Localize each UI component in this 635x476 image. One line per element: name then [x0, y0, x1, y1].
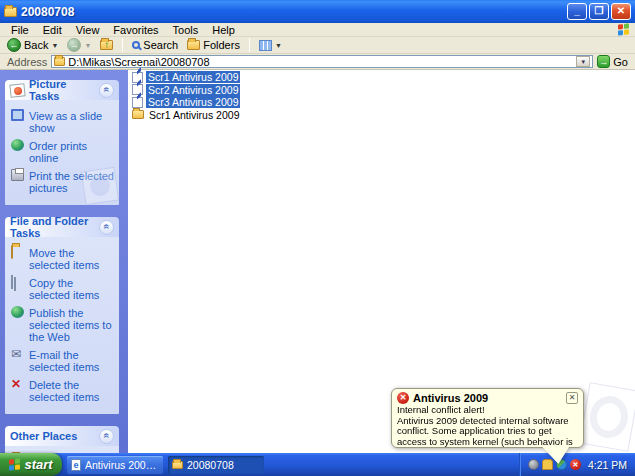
task-publish-web[interactable]: Publish the selected items to the Web	[11, 306, 115, 343]
balloon-tail	[541, 447, 569, 464]
panel-title: Other Places	[10, 430, 99, 442]
address-path[interactable]: D:\Mikas\Screenai\20080708	[68, 56, 573, 68]
taskbar-button-antivirus[interactable]: e Antivirus 2009 - Micro...	[67, 456, 163, 474]
task-view-slideshow[interactable]: View as a slide show	[11, 109, 115, 134]
views-dropdown-icon[interactable]: ▼	[275, 42, 282, 49]
forward-button[interactable]: → ▼	[64, 37, 94, 53]
windows-logo-icon	[618, 23, 629, 35]
restore-button[interactable]: ❐	[589, 3, 609, 20]
back-dropdown-icon[interactable]: ▼	[51, 42, 58, 49]
toolbar-separator	[249, 38, 250, 52]
menubar: File Edit View Favorites Tools Help	[0, 23, 635, 37]
slideshow-icon	[11, 109, 24, 121]
task-email-items[interactable]: ✉ E-mail the selected items	[11, 348, 115, 373]
file-folder-tasks-body: Move the selected items Copy the selecte…	[5, 237, 119, 414]
error-icon: ✕	[397, 392, 409, 404]
toolbar-separator	[122, 38, 123, 52]
standard-buttons-toolbar: ← Back ▼ → ▼ ↑ Search Folders	[0, 37, 635, 54]
menu-help[interactable]: Help	[205, 24, 242, 36]
minimize-button[interactable]: _	[567, 3, 587, 20]
forward-dropdown-icon[interactable]: ▼	[84, 42, 91, 49]
balloon-header: ✕ Antivirus 2009 ✕	[397, 392, 578, 404]
file-row[interactable]: Scr2 Antivirus 2009	[132, 84, 241, 97]
balloon-text[interactable]: Internal conflict alert!Antivirus 2009 d…	[397, 405, 578, 447]
menu-file[interactable]: File	[4, 24, 36, 36]
file-name[interactable]: Scr2 Antivirus 2009	[146, 84, 240, 96]
close-button[interactable]: ✕	[611, 3, 631, 20]
task-label: E-mail the selected items	[29, 348, 115, 373]
other-places-header[interactable]: Other Places «	[5, 426, 119, 446]
start-label: start	[24, 457, 52, 472]
forward-icon: →	[67, 38, 81, 52]
file-folder-tasks-panel: File and Folder Tasks « Move the selecte…	[5, 217, 119, 414]
up-button[interactable]: ↑	[97, 37, 116, 53]
screen: 20080708 _ ❐ ✕ File Edit View Favorites …	[0, 0, 635, 476]
start-windows-logo-icon	[9, 458, 20, 470]
picture-tasks-panel: Picture Tasks « View as a slide show Ord…	[5, 80, 119, 205]
printer-icon	[11, 169, 24, 181]
address-bar: Address D:\Mikas\Screenai\20080708 ▼ → G…	[0, 54, 635, 70]
balloon-alert-line[interactable]: Internal conflict alert!	[397, 405, 485, 415]
views-button[interactable]: ▼	[256, 37, 285, 53]
menu-tools[interactable]: Tools	[166, 24, 206, 36]
search-button[interactable]: Search	[129, 37, 181, 53]
search-label: Search	[143, 39, 178, 51]
copy-items-icon	[11, 275, 13, 289]
titlebar: 20080708 _ ❐ ✕	[0, 0, 635, 23]
go-icon: →	[597, 55, 610, 68]
picture-tasks-body: View as a slide show Order prints online…	[5, 100, 119, 205]
address-dropdown-button[interactable]: ▼	[576, 56, 590, 67]
file-folder-tasks-header[interactable]: File and Folder Tasks «	[5, 217, 119, 237]
task-copy-items[interactable]: Copy the selected items	[11, 276, 115, 301]
file-name[interactable]: Scr1 Antivirus 2009	[146, 71, 240, 83]
file-name[interactable]: Scr1 Antivirus 2009	[147, 109, 241, 121]
explorer-window: 20080708 _ ❐ ✕ File Edit View Favorites …	[0, 0, 635, 453]
back-button[interactable]: ← Back ▼	[4, 37, 61, 53]
search-icon	[132, 41, 140, 49]
task-label: Move the selected items	[29, 246, 115, 271]
task-label: Publish the selected items to the Web	[29, 306, 115, 343]
notification-balloon: ✕ Antivirus 2009 ✕ Internal conflict ale…	[391, 388, 606, 468]
task-delete-items[interactable]: ✕ Delete the selected items	[11, 378, 115, 403]
task-label: Copy the selected items	[29, 276, 115, 301]
address-combo[interactable]: D:\Mikas\Screenai\20080708 ▼	[51, 55, 593, 68]
up-folder-icon: ↑	[100, 40, 113, 50]
taskbar-button-20080708[interactable]: 20080708	[168, 456, 264, 474]
collapse-chevron-icon[interactable]: «	[99, 220, 114, 235]
balloon-box: ✕ Antivirus 2009 ✕ Internal conflict ale…	[391, 388, 584, 448]
collapse-chevron-icon[interactable]: «	[99, 83, 114, 98]
address-label: Address	[7, 56, 47, 68]
menu-edit[interactable]: Edit	[36, 24, 69, 36]
task-move-items[interactable]: Move the selected items	[11, 246, 115, 271]
balloon-close-icon[interactable]: ✕	[566, 392, 578, 404]
browser-document-icon: e	[71, 459, 81, 471]
publish-web-icon	[11, 306, 24, 318]
task-order-prints[interactable]: Order prints online	[11, 139, 115, 164]
folders-button[interactable]: Folders	[184, 37, 243, 53]
address-folder-icon	[54, 57, 65, 66]
panel-title: Picture Tasks	[29, 78, 99, 102]
task-label: Order prints online	[29, 139, 115, 164]
collapse-chevron-icon[interactable]: «	[99, 429, 114, 444]
go-button[interactable]: → Go	[597, 55, 628, 68]
views-icon	[259, 40, 272, 51]
window-title: 20080708	[21, 5, 567, 19]
file-row[interactable]: Scr1 Antivirus 2009	[132, 109, 241, 122]
task-label: Delete the selected items	[29, 378, 115, 403]
balloon-body-text[interactable]: Antivirus 2009 detected internal softwar…	[397, 415, 575, 448]
go-label: Go	[613, 56, 628, 68]
order-prints-globe-icon	[11, 139, 24, 151]
file-name[interactable]: Scr3 Antivirus 2009	[146, 96, 240, 108]
delete-items-icon: ✕	[11, 378, 24, 390]
window-folder-icon	[4, 7, 17, 17]
picture-tasks-header[interactable]: Picture Tasks «	[5, 80, 119, 100]
start-button[interactable]: start	[0, 453, 62, 476]
task-button-label: Antivirus 2009 - Micro...	[85, 459, 159, 471]
file-row[interactable]: Scr1 Antivirus 2009	[132, 71, 241, 84]
file-row[interactable]: Scr3 Antivirus 2009	[132, 96, 241, 109]
menu-view[interactable]: View	[69, 24, 107, 36]
menu-favorites[interactable]: Favorites	[106, 24, 165, 36]
balloon-title: Antivirus 2009	[413, 392, 562, 404]
back-icon: ←	[7, 38, 21, 52]
folders-label: Folders	[203, 39, 240, 51]
